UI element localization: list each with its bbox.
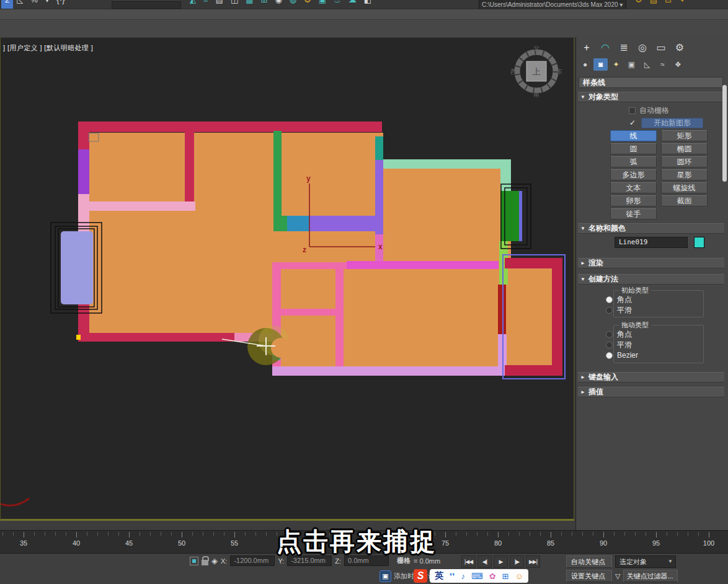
- x-coordinate-field[interactable]: -1200.0mm: [230, 555, 275, 566]
- subtab-lights[interactable]: ✦: [609, 58, 623, 71]
- project-gear-icon[interactable]: ⚙: [631, 0, 646, 9]
- ime-skin-icon[interactable]: ✿: [489, 572, 496, 581]
- path-dropdown-arrow[interactable]: ▾: [619, 1, 623, 8]
- rollout-name-color[interactable]: ▼名称和颜色: [578, 223, 724, 234]
- play-button[interactable]: ▶: [494, 555, 508, 568]
- button-ngon[interactable]: 多边形: [610, 169, 657, 180]
- subtab-spacewarps[interactable]: ≈: [655, 58, 670, 71]
- subtab-helpers[interactable]: ◺: [640, 58, 654, 71]
- absolute-mode-toggle[interactable]: ◈: [211, 556, 218, 565]
- ime-toolbar[interactable]: 英 ❜❜♪⌨✿⊞☺: [430, 569, 528, 583]
- rollout-object-type[interactable]: ▼对象类型: [578, 92, 724, 102]
- align-icon[interactable]: ≡: [200, 0, 212, 9]
- mirror-icon[interactable]: ◭: [186, 0, 200, 9]
- rendered-frame-icon[interactable]: ▣: [315, 0, 330, 9]
- drag-smooth-radio[interactable]: [606, 342, 613, 348]
- named-selection-field[interactable]: [112, 1, 181, 9]
- tab-motion[interactable]: ◎: [634, 41, 650, 55]
- shape-color-swatch[interactable]: [694, 237, 704, 248]
- go-to-start-button[interactable]: |◀◀: [461, 555, 476, 568]
- start-new-shape-checkbox[interactable]: ✓: [629, 118, 636, 127]
- shape-category-dropdown[interactable]: 样条线: [579, 77, 723, 88]
- spinner-snap-icon[interactable]: ▾: [42, 0, 53, 9]
- render-cloud-icon[interactable]: ☁: [345, 0, 360, 9]
- selection-filter-dropdown[interactable]: 选定对象 ▼: [615, 555, 676, 568]
- button-helix[interactable]: 螺旋线: [661, 182, 708, 193]
- rollout-creation-method[interactable]: ▼创建方法: [578, 274, 724, 285]
- button-donut[interactable]: 圆环: [661, 156, 708, 167]
- subtab-shapes[interactable]: ◙: [593, 58, 608, 71]
- rollout-keyboard-entry[interactable]: ►键盘输入: [578, 372, 724, 383]
- button-rectangle[interactable]: 矩形: [661, 130, 708, 141]
- ime-keyboard-icon[interactable]: ⌨: [471, 572, 483, 581]
- button-circle[interactable]: 圆: [610, 143, 657, 154]
- isolate-cube-icon[interactable]: ▣: [380, 570, 391, 582]
- button-ellipse[interactable]: 椭圆: [661, 143, 708, 154]
- render-icon[interactable]: ♨: [330, 0, 345, 9]
- project-star-icon[interactable]: ✦: [675, 0, 690, 9]
- viewcube[interactable]: 上 北 南 西 东: [509, 44, 564, 99]
- tab-utilities[interactable]: ⚙: [672, 41, 688, 55]
- material-editor-icon[interactable]: ◍: [286, 0, 300, 9]
- project-structure-icon[interactable]: ⊟: [661, 0, 675, 9]
- curve-editor-icon[interactable]: ⊞: [257, 0, 271, 9]
- snap-2d-toggle[interactable]: 2: [1, 0, 13, 9]
- viewport-label[interactable]: ] [用户定义 ] [默认明暗处理 ]: [3, 43, 93, 53]
- tab-create[interactable]: +: [579, 41, 595, 55]
- ime-punct-icon[interactable]: ❜❜: [450, 572, 455, 581]
- button-line[interactable]: 线: [610, 130, 657, 141]
- ime-toolbox-icon[interactable]: ⊞: [502, 572, 509, 581]
- key-filters-button[interactable]: 关键点过滤器...: [623, 570, 678, 582]
- viewport[interactable]: yxz ] [用户定义 ] [默认明暗处理 ] 上 北 南 西 东: [0, 37, 574, 521]
- panel-scrollbar[interactable]: [722, 85, 727, 182]
- button-freehand[interactable]: 徒手: [610, 208, 657, 219]
- ime-mic-icon[interactable]: ♪: [461, 572, 465, 581]
- sogou-logo[interactable]: S: [414, 569, 427, 583]
- subtab-systems[interactable]: ❖: [671, 58, 685, 71]
- ribbon-toggle-icon[interactable]: ▦: [242, 0, 257, 9]
- ime-language-toggle[interactable]: 英: [435, 570, 443, 582]
- button-star[interactable]: 星形: [661, 169, 708, 180]
- drag-corner-radio[interactable]: [606, 331, 613, 338]
- project-folder-path[interactable]: C:\Users\Administrator\Documents\3ds Max…: [479, 1, 626, 9]
- subtab-geometry[interactable]: ●: [578, 58, 592, 71]
- button-arc[interactable]: 弧: [610, 156, 657, 167]
- autogrid-checkbox[interactable]: [629, 107, 636, 114]
- percent-snap-icon[interactable]: %: [27, 0, 42, 9]
- render-setup-icon[interactable]: ⚙: [300, 0, 315, 9]
- viewcube-west-label[interactable]: 西: [510, 68, 517, 75]
- angle-snap-icon[interactable]: ◺: [13, 0, 27, 9]
- ime-emoji-icon[interactable]: ☺: [515, 572, 523, 581]
- schematic-view-icon[interactable]: ◉: [271, 0, 285, 9]
- scene-explorer-icon[interactable]: ▤: [212, 0, 227, 9]
- viewcube-top-label[interactable]: 上: [533, 67, 541, 76]
- isolate-selection-toggle[interactable]: [190, 557, 198, 565]
- button-egg[interactable]: 卵形: [610, 195, 657, 206]
- rollout-interpolation[interactable]: ►插值: [578, 387, 724, 397]
- project-folder-icon[interactable]: ▤: [646, 0, 661, 9]
- selection-lock-toggle[interactable]: [202, 560, 208, 565]
- edit-named-selection-icon[interactable]: {·}: [53, 0, 68, 9]
- initial-corner-radio[interactable]: [606, 296, 613, 303]
- state-sets-icon[interactable]: ◧: [360, 0, 375, 9]
- button-section[interactable]: 截面: [661, 195, 708, 206]
- button-text[interactable]: 文本: [610, 182, 657, 193]
- tab-modify[interactable]: ◠: [597, 41, 613, 55]
- drag-bezier-radio[interactable]: [606, 352, 613, 359]
- viewcube-south-label[interactable]: 南: [533, 91, 539, 98]
- object-name-field[interactable]: Line019: [615, 237, 688, 248]
- start-new-shape-button[interactable]: 开始新图形: [641, 118, 703, 128]
- go-to-end-button[interactable]: ▶▶|: [526, 555, 540, 568]
- rollout-rendering[interactable]: ►渲染: [578, 258, 724, 268]
- previous-frame-button[interactable]: ◀|: [477, 555, 492, 568]
- viewcube-east-label[interactable]: 东: [556, 68, 562, 75]
- tab-hierarchy[interactable]: ≣: [616, 41, 632, 55]
- initial-smooth-radio[interactable]: [606, 307, 613, 314]
- subtab-cameras[interactable]: ▣: [624, 58, 639, 71]
- tab-display[interactable]: ▭: [653, 41, 669, 55]
- set-key-button[interactable]: 设置关键点: [566, 570, 612, 582]
- layer-explorer-icon[interactable]: ◫: [227, 0, 242, 9]
- viewcube-north-label[interactable]: 北: [533, 45, 540, 52]
- next-frame-button[interactable]: |▶: [510, 555, 524, 568]
- auto-key-button[interactable]: 自动关键点: [566, 555, 612, 568]
